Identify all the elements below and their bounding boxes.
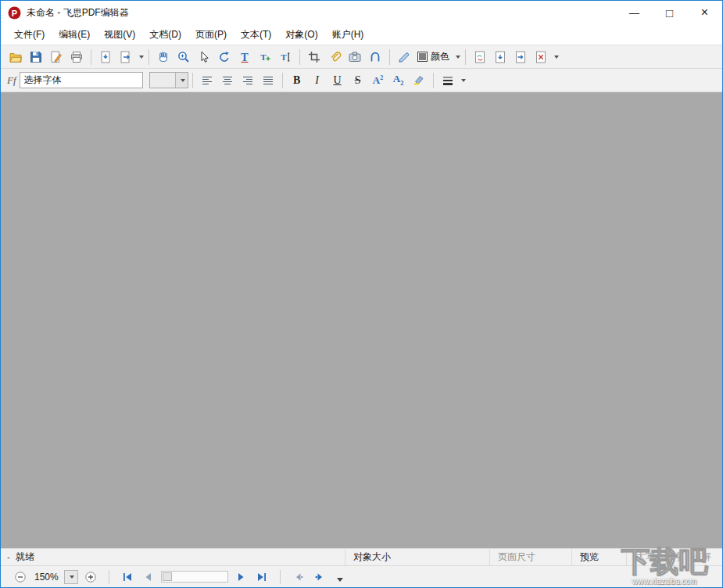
link-icon (368, 50, 382, 64)
select-tool-button[interactable] (195, 47, 214, 66)
edit-text-button[interactable]: T (276, 47, 295, 66)
link-button[interactable] (366, 47, 385, 66)
printer-icon (70, 50, 84, 64)
next-view-icon (313, 571, 326, 583)
color-dropdown-button[interactable] (453, 47, 461, 66)
cursor-icon (197, 50, 211, 64)
toolbar-separator (465, 49, 466, 65)
font-select[interactable]: 选择字体 (20, 72, 143, 88)
next-view-button[interactable] (311, 568, 328, 586)
strikethrough-button[interactable]: S (348, 70, 367, 90)
toolbar-separator (149, 49, 149, 65)
menu-text[interactable]: 文本(T) (234, 24, 278, 45)
edit-document-button[interactable] (47, 47, 66, 66)
maximize-button[interactable]: □ (652, 1, 687, 24)
status-ready-section: - 就绪 (1, 549, 345, 565)
eyedropper-button[interactable] (395, 47, 414, 66)
close-button[interactable]: × (687, 1, 722, 24)
open-button[interactable] (6, 47, 26, 66)
first-page-button[interactable] (119, 568, 136, 586)
crop-button[interactable] (305, 47, 324, 66)
menu-view[interactable]: 视图(V) (97, 24, 142, 45)
status-preview[interactable]: 预览 (571, 549, 626, 565)
bold-label: B (293, 74, 300, 87)
zoom-out-button[interactable] (12, 568, 29, 586)
line-style-dropdown-button[interactable] (458, 70, 467, 90)
status-ready-text: 就绪 (16, 550, 34, 564)
text-tool-button[interactable]: T (235, 47, 255, 66)
menu-object[interactable]: 对象(O) (278, 24, 324, 45)
strikethrough-label: S (355, 74, 361, 87)
attach-file-button[interactable] (325, 47, 345, 66)
italic-button[interactable]: I (307, 70, 327, 90)
line-style-icon (441, 74, 455, 88)
snapshot-button[interactable] (345, 47, 365, 66)
menu-account[interactable]: 账户(H) (325, 24, 371, 45)
minimize-button[interactable]: — (617, 1, 652, 24)
menu-page[interactable]: 页面(P) (188, 24, 234, 45)
last-page-button[interactable] (253, 568, 270, 586)
subscript-button[interactable]: A2 (388, 70, 408, 90)
document-canvas[interactable] (1, 92, 722, 548)
save-icon (29, 50, 43, 64)
scroll-lock-indicator: 滚屏 (693, 550, 711, 564)
bottombar-separator (280, 570, 281, 584)
align-right-button[interactable] (238, 70, 257, 90)
page-insert-button[interactable] (491, 47, 510, 66)
color-button[interactable]: 颜色 (414, 47, 453, 66)
align-justify-button[interactable] (258, 70, 277, 90)
status-toggles: 大写 数字 滚屏 (626, 549, 722, 565)
page-replace-button[interactable] (471, 47, 490, 66)
previous-view-button[interactable] (290, 568, 307, 586)
import-document-button[interactable] (96, 47, 116, 66)
page-extract-button[interactable] (511, 47, 531, 66)
rotate-view-button[interactable] (215, 47, 234, 66)
app-window: P 未命名 - 飞思PDF编辑器 — □ × 文件(F) 编辑(E) 视图(V)… (0, 0, 723, 588)
toolbar-separator (192, 73, 193, 88)
align-center-button[interactable] (217, 70, 237, 90)
zoom-in-button[interactable] (82, 568, 99, 586)
num-lock-indicator: 数字 (664, 550, 683, 564)
previous-page-button[interactable] (140, 568, 157, 586)
toolbar-separator (91, 49, 91, 65)
eyedropper-icon (397, 50, 411, 64)
highlighter-icon (412, 74, 426, 88)
underline-label: U (334, 74, 342, 87)
page-slider[interactable] (161, 571, 228, 583)
menu-edit[interactable]: 编辑(E) (52, 24, 97, 45)
export-document-button[interactable] (116, 47, 136, 66)
font-size-select[interactable] (149, 72, 188, 88)
print-button[interactable] (67, 47, 87, 66)
toolbar-overflow-button[interactable] (337, 578, 343, 582)
folder-open-icon (9, 50, 23, 64)
page-tools-dropdown-button[interactable] (551, 47, 560, 66)
svg-text:P: P (12, 8, 17, 17)
superscript-button[interactable]: A2 (368, 70, 388, 90)
save-button[interactable] (27, 47, 46, 66)
menu-file[interactable]: 文件(F) (7, 24, 52, 45)
hand-tool-button[interactable] (154, 47, 174, 66)
page-delete-button[interactable] (532, 47, 551, 66)
add-text-button[interactable]: T (256, 47, 275, 66)
line-style-button[interactable] (438, 70, 457, 90)
titlebar: P 未命名 - 飞思PDF编辑器 — □ × (1, 1, 722, 24)
chevron-down-icon (456, 56, 460, 59)
font-size-dropdown-button[interactable] (175, 73, 188, 88)
page-slider-thumb[interactable] (163, 572, 172, 581)
menu-document[interactable]: 文档(D) (142, 24, 188, 45)
zoom-tool-button[interactable] (174, 47, 194, 66)
previous-page-icon (142, 571, 155, 583)
align-left-button[interactable] (197, 70, 217, 90)
highlight-button[interactable] (409, 70, 428, 90)
bold-button[interactable]: B (287, 70, 306, 90)
next-page-button[interactable] (232, 568, 249, 586)
bottombar-separator (109, 570, 109, 584)
export-dropdown-button[interactable] (136, 47, 145, 66)
color-button-label: 颜色 (431, 50, 449, 63)
previous-view-icon (292, 571, 305, 583)
first-page-icon (121, 571, 134, 583)
zoom-level-dropdown[interactable] (64, 570, 78, 584)
camera-icon (348, 50, 362, 64)
underline-button[interactable]: U (327, 70, 347, 90)
page-extract-icon (514, 50, 528, 64)
